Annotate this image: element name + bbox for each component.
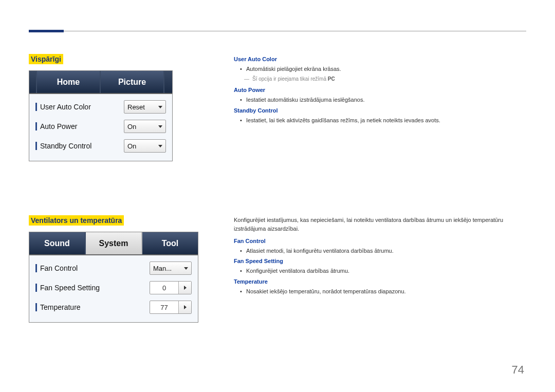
- desc-head-fan-speed: Fan Speed Setting: [234, 258, 527, 264]
- tab-edge: [164, 71, 172, 93]
- note-body: Šī opcija ir pieejama tikai režīmā: [252, 76, 328, 82]
- tabbar-fan: Sound System Tool: [29, 232, 198, 255]
- row-fan-control: Fan Control Man...: [29, 258, 198, 278]
- stepper-value: 77: [150, 301, 179, 313]
- left-column: Vispārīgi Home Picture User Auto Color R…: [29, 54, 203, 323]
- desc-head-standby-control: Standby Control: [234, 107, 527, 114]
- chevron-right-icon: [184, 286, 187, 290]
- desc-head-auto-power: Auto Power: [234, 87, 527, 93]
- bullet-text: Iestatiet, lai tiek aktivizēts gaidīšana…: [246, 117, 527, 124]
- chevron-down-icon: [184, 267, 188, 270]
- note-text: Šī opcija ir pieejama tikai režīmā PC: [252, 76, 527, 82]
- row-label: Auto Power: [35, 122, 124, 130]
- section2-title: Ventilators un temperatūra: [29, 215, 124, 226]
- dropdown-value: On: [127, 142, 136, 150]
- tab-sound[interactable]: Sound: [29, 232, 86, 254]
- stepper-value: 0: [150, 282, 179, 294]
- tab-home[interactable]: Home: [37, 71, 101, 93]
- row-temperature: Temperature 77: [29, 297, 198, 317]
- panel-fan: Sound System Tool Fan Control Man... Fan…: [29, 232, 198, 323]
- panel-general: Home Picture User Auto Color Reset Auto …: [29, 70, 173, 161]
- desc-head-user-auto-color: User Auto Color: [234, 56, 527, 62]
- bullet-text: Nosakiet iekšējo temperatūru, norādot te…: [246, 288, 527, 295]
- desc-head-temperature: Temperature: [234, 278, 527, 285]
- bullet-text: Automātiski pielāgojiet ekrāna krāsas.: [246, 65, 527, 73]
- chevron-down-icon: [158, 106, 162, 108]
- dropdown-user-auto-color[interactable]: Reset: [124, 100, 166, 114]
- section2-wrap: Ventilators un temperatūra Sound System …: [29, 215, 203, 323]
- rows-general: User Auto Color Reset Auto Power On Stan…: [29, 94, 172, 161]
- right-column-2: Konfigurējiet iestatījumus, kas nepiecie…: [234, 216, 527, 298]
- dropdown-value: On: [127, 123, 136, 130]
- stepper-next[interactable]: [179, 301, 191, 313]
- dropdown-value: Reset: [127, 103, 145, 111]
- page-number: 74: [512, 363, 524, 377]
- row-label: Temperature: [35, 303, 150, 311]
- tab-edge: [29, 71, 37, 93]
- tab-system[interactable]: System: [86, 232, 142, 254]
- header-rule: [29, 31, 526, 31]
- stepper-temperature[interactable]: 77: [150, 301, 192, 314]
- dropdown-auto-power[interactable]: On: [124, 120, 166, 133]
- chevron-down-icon: [158, 125, 162, 128]
- dropdown-value: Man...: [153, 265, 172, 272]
- chevron-right-icon: [184, 305, 187, 309]
- section1-title: Vispārīgi: [29, 54, 63, 64]
- header-accent: [29, 30, 64, 32]
- desc-head-fan-control: Fan Control: [234, 238, 527, 244]
- bullet-text: Konfigurējiet ventilatora darbības ātrum…: [246, 267, 527, 275]
- tab-picture[interactable]: Picture: [101, 71, 164, 93]
- note-bold: PC: [328, 76, 335, 82]
- row-label: User Auto Color: [35, 103, 124, 111]
- stepper-fan-speed[interactable]: 0: [150, 281, 192, 294]
- tabbar-general: Home Picture: [29, 71, 172, 94]
- row-standby-control: Standby Control On: [29, 136, 172, 156]
- stepper-next[interactable]: [179, 282, 191, 294]
- row-fan-speed: Fan Speed Setting 0: [29, 278, 198, 297]
- row-label: Fan Control: [35, 264, 150, 272]
- row-user-auto-color: User Auto Color Reset: [29, 97, 172, 117]
- rows-fan: Fan Control Man... Fan Speed Setting 0 T…: [29, 255, 198, 322]
- tab-tool[interactable]: Tool: [142, 232, 198, 254]
- bullet-text: Iestatiet automātisku izstrādājuma ieslē…: [246, 96, 527, 104]
- row-auto-power: Auto Power On: [29, 117, 172, 136]
- dropdown-standby-control[interactable]: On: [124, 139, 166, 153]
- row-label: Fan Speed Setting: [35, 284, 150, 292]
- right-column-1: User Auto Color Automātiski pielāgojiet …: [234, 54, 527, 127]
- row-label: Standby Control: [35, 142, 124, 150]
- bullet-text: Atlasiet metodi, lai konfigurētu ventila…: [246, 247, 527, 255]
- chevron-down-icon: [158, 145, 162, 147]
- dropdown-fan-control[interactable]: Man...: [150, 262, 192, 275]
- intro-text: Konfigurējiet iestatījumus, kas nepiecie…: [234, 216, 527, 233]
